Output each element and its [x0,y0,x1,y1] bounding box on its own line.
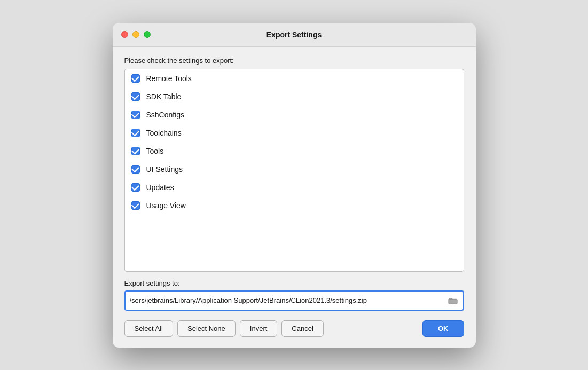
settings-item-toolchains[interactable]: Toolchains [125,124,464,142]
dialog-content: Please check the settings to export: Rem… [113,47,476,348]
close-button[interactable] [121,31,128,38]
settings-item-updates[interactable]: Updates [125,178,464,196]
settings-item-label-usage-view: Usage View [146,201,186,210]
checkbox-ui-settings[interactable] [131,165,140,174]
ok-button[interactable]: OK [422,320,464,337]
settings-item-ui-settings[interactable]: UI Settings [125,160,464,178]
checkbox-updates[interactable] [131,183,140,192]
checkbox-toolchains[interactable] [131,129,140,137]
export-to-label: Export settings to: [124,279,464,287]
select-all-button[interactable]: Select All [124,320,173,337]
export-path-container [124,290,464,311]
maximize-button[interactable] [144,31,151,38]
checkbox-ssh-configs[interactable] [131,111,140,119]
checkbox-remote-tools[interactable] [131,74,140,83]
settings-item-label-updates: Updates [146,183,174,192]
minimize-button[interactable] [132,31,139,38]
invert-button[interactable]: Invert [240,320,278,337]
checkbox-usage-view[interactable] [131,201,140,210]
browse-folder-button[interactable] [447,295,459,306]
settings-item-label-sdk-table: SDK Table [146,92,182,101]
export-settings-dialog: Export Settings Please check the setting… [113,23,476,348]
export-path-input[interactable] [130,296,444,304]
settings-item-remote-tools[interactable]: Remote Tools [125,69,464,88]
title-bar: Export Settings [113,23,476,47]
buttons-row: Select All Select None Invert Cancel OK [124,320,464,337]
settings-item-label-toolchains: Toolchains [146,129,182,137]
checkbox-sdk-table[interactable] [131,92,140,101]
settings-item-label-ui-settings: UI Settings [146,165,183,174]
select-none-button[interactable]: Select None [177,320,236,337]
settings-item-label-tools: Tools [146,147,164,155]
cancel-button[interactable]: Cancel [281,320,323,337]
dialog-title: Export Settings [266,30,322,39]
settings-item-label-remote-tools: Remote Tools [146,74,192,83]
settings-item-usage-view[interactable]: Usage View [125,196,464,215]
svg-rect-0 [448,299,457,304]
settings-item-ssh-configs[interactable]: SshConfigs [125,106,464,124]
settings-section-label: Please check the settings to export: [124,57,464,65]
traffic-lights [121,31,151,38]
settings-item-label-ssh-configs: SshConfigs [146,111,185,119]
settings-item-sdk-table[interactable]: SDK Table [125,88,464,106]
settings-item-tools[interactable]: Tools [125,142,464,160]
checkbox-tools[interactable] [131,147,140,155]
settings-list[interactable]: Remote ToolsSDK TableSshConfigsToolchain… [124,69,464,272]
